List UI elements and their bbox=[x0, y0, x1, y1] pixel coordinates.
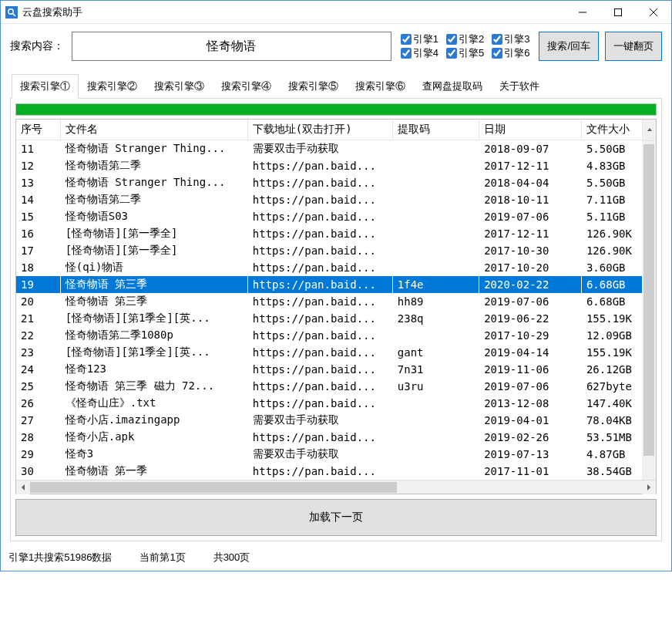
table-row[interactable]: 29怪奇3需要双击手动获取2019-07-134.87GB bbox=[16, 446, 656, 463]
close-button[interactable] bbox=[636, 1, 671, 24]
tab-engine-3[interactable]: 搜索引擎③ bbox=[146, 74, 213, 99]
cell-name: [怪奇物语][第一季全] bbox=[60, 225, 247, 242]
col-seq[interactable]: 序号 bbox=[16, 120, 60, 140]
cell-date: 2019-07-06 bbox=[479, 378, 582, 395]
table-row[interactable]: 27怪奇小店.imazingapp需要双击手动获取2019-04-0178.04… bbox=[16, 412, 656, 429]
cell-seq: 29 bbox=[16, 446, 60, 463]
table-row[interactable]: 22怪奇物语第二季1080phttps://pan.baid...2017-10… bbox=[16, 327, 656, 344]
cell-name: 怪奇物语 Stranger Thing... bbox=[60, 140, 247, 158]
col-name[interactable]: 文件名 bbox=[60, 120, 247, 140]
cell-date: 2018-04-04 bbox=[479, 174, 582, 191]
engine-5-check[interactable]: 引擎5 bbox=[446, 46, 484, 60]
grid-header-row[interactable]: 序号 文件名 下载地址(双击打开) 提取码 日期 文件大小 bbox=[16, 120, 656, 140]
results-grid[interactable]: 序号 文件名 下载地址(双击打开) 提取码 日期 文件大小 11怪奇物语 Str… bbox=[16, 120, 656, 480]
cell-code bbox=[392, 327, 479, 344]
table-row[interactable]: 23[怪奇物语][第1季全][英...https://pan.baid...ga… bbox=[16, 344, 656, 361]
cell-name: 怪奇物语第二季 bbox=[60, 191, 247, 208]
cell-code bbox=[392, 208, 479, 225]
cell-code bbox=[392, 429, 479, 446]
horizontal-scrollbar[interactable] bbox=[16, 480, 656, 494]
cell-date: 2018-10-11 bbox=[479, 191, 582, 208]
cell-name: [怪奇物语][第1季全][英... bbox=[60, 344, 247, 361]
table-row[interactable]: 25怪奇物语 第三季 磁力 72...https://pan.baid...u3… bbox=[16, 378, 656, 395]
cell-url: https://pan.baid... bbox=[247, 429, 392, 446]
cell-url: https://pan.baid... bbox=[247, 378, 392, 395]
header-scroll-corner[interactable] bbox=[642, 120, 656, 141]
cell-code bbox=[392, 174, 479, 191]
search-button[interactable]: 搜索/回车 bbox=[539, 32, 599, 61]
cell-url: 需要双击手动获取 bbox=[247, 446, 392, 463]
tab-engine-5[interactable]: 搜索引擎⑤ bbox=[280, 74, 347, 99]
tab-engine-1[interactable]: 搜索引擎① bbox=[12, 74, 79, 99]
app-icon bbox=[5, 6, 18, 19]
col-date[interactable]: 日期 bbox=[479, 120, 582, 140]
cell-url: https://pan.baid... bbox=[247, 327, 392, 344]
table-row[interactable]: 21[怪奇物语][第1季全][英...https://pan.baid...23… bbox=[16, 310, 656, 327]
cell-date: 2017-10-29 bbox=[479, 327, 582, 344]
cell-name: 怪奇物语第二季1080p bbox=[60, 327, 247, 344]
vertical-scrollbar-thumb[interactable] bbox=[643, 144, 654, 456]
cell-date: 2017-12-11 bbox=[479, 225, 582, 242]
cell-code: 1f4e bbox=[392, 276, 479, 293]
cell-code: u3ru bbox=[392, 378, 479, 395]
table-row[interactable]: 26《怪奇山庄》.txthttps://pan.baid...2013-12-0… bbox=[16, 395, 656, 412]
cell-url: https://pan.baid... bbox=[247, 310, 392, 327]
cell-date: 2019-07-06 bbox=[479, 208, 582, 225]
maximize-button[interactable] bbox=[600, 1, 636, 24]
cell-seq: 22 bbox=[16, 327, 60, 344]
cell-name: 怪奇123 bbox=[60, 361, 247, 378]
engine-6-check[interactable]: 引擎6 bbox=[492, 46, 529, 60]
table-row[interactable]: 20怪奇物语 第三季https://pan.baid...hh892019-07… bbox=[16, 293, 656, 310]
table-row[interactable]: 18怪(qi)物语https://pan.baid...2017-10-203.… bbox=[16, 259, 656, 276]
cell-seq: 28 bbox=[16, 429, 60, 446]
engine-2-check[interactable]: 引擎2 bbox=[446, 32, 484, 46]
cell-seq: 15 bbox=[16, 208, 60, 225]
tab-engine-6[interactable]: 搜索引擎⑥ bbox=[347, 74, 414, 99]
table-row[interactable]: 19怪奇物语 第三季https://pan.baid...1f4e2020-02… bbox=[16, 276, 656, 293]
hscroll-thumb[interactable] bbox=[30, 482, 397, 493]
cell-name: 怪奇小店.apk bbox=[60, 429, 247, 446]
hscroll-left-arrow[interactable] bbox=[16, 480, 30, 494]
col-url[interactable]: 下载地址(双击打开) bbox=[247, 120, 392, 140]
cell-url: 需要双击手动获取 bbox=[247, 140, 392, 158]
cell-name: [怪奇物语][第1季全][英... bbox=[60, 310, 247, 327]
cell-name: 怪奇物语 第三季 bbox=[60, 276, 247, 293]
cell-date: 2019-11-06 bbox=[479, 361, 582, 378]
tab-extract-code[interactable]: 查网盘提取码 bbox=[414, 74, 491, 99]
cell-code bbox=[392, 395, 479, 412]
cell-seq: 24 bbox=[16, 361, 60, 378]
table-row[interactable]: 30怪奇物语 第一季https://pan.baid...2017-11-013… bbox=[16, 463, 656, 480]
load-more-button[interactable]: 加载下一页 bbox=[15, 499, 657, 536]
tab-engine-4[interactable]: 搜索引擎④ bbox=[213, 74, 280, 99]
engine-3-check[interactable]: 引擎3 bbox=[492, 32, 529, 46]
cell-url: https://pan.baid... bbox=[247, 361, 392, 378]
vertical-scrollbar[interactable] bbox=[642, 141, 656, 480]
cell-name: [怪奇物语][第一季全] bbox=[60, 242, 247, 259]
tab-about[interactable]: 关于软件 bbox=[491, 74, 548, 99]
engine-1-check[interactable]: 引擎1 bbox=[401, 32, 438, 46]
table-row[interactable]: 17[怪奇物语][第一季全]https://pan.baid...2017-10… bbox=[16, 242, 656, 259]
engine-4-check[interactable]: 引擎4 bbox=[401, 46, 438, 60]
table-row[interactable]: 12怪奇物语第二季https://pan.baid...2017-12-114.… bbox=[16, 157, 656, 174]
next-page-button[interactable]: 一键翻页 bbox=[605, 32, 662, 61]
table-row[interactable]: 24怪奇123https://pan.baid...7n312019-11-06… bbox=[16, 361, 656, 378]
window-title: 云盘搜索助手 bbox=[22, 5, 82, 19]
table-row[interactable]: 14怪奇物语第二季https://pan.baid...2018-10-117.… bbox=[16, 191, 656, 208]
tab-engine-2[interactable]: 搜索引擎② bbox=[79, 74, 146, 99]
app-window: 云盘搜索助手 搜索内容： 引擎1 引擎2 引擎3 引擎4 引擎5 引擎6 搜索/… bbox=[0, 0, 672, 571]
table-row[interactable]: 28怪奇小店.apkhttps://pan.baid...2019-02-265… bbox=[16, 429, 656, 446]
table-row[interactable]: 11怪奇物语 Stranger Thing...需要双击手动获取2018-09-… bbox=[16, 140, 656, 158]
cell-seq: 18 bbox=[16, 259, 60, 276]
table-row[interactable]: 13怪奇物语 Stranger Thing...https://pan.baid… bbox=[16, 174, 656, 191]
cell-code bbox=[392, 191, 479, 208]
table-row[interactable]: 15怪奇物语S03https://pan.baid...2019-07-065.… bbox=[16, 208, 656, 225]
col-code[interactable]: 提取码 bbox=[392, 120, 479, 140]
cell-name: 怪奇物语S03 bbox=[60, 208, 247, 225]
titlebar[interactable]: 云盘搜索助手 bbox=[1, 1, 671, 24]
table-row[interactable]: 16[怪奇物语][第一季全]https://pan.baid...2017-12… bbox=[16, 225, 656, 242]
search-input[interactable] bbox=[72, 32, 391, 61]
minimize-button[interactable] bbox=[565, 1, 600, 24]
search-row: 搜索内容： 引擎1 引擎2 引擎3 引擎4 引擎5 引擎6 搜索/回车 一键翻页 bbox=[10, 32, 662, 61]
svg-rect-3 bbox=[615, 8, 622, 15]
hscroll-right-arrow[interactable] bbox=[642, 480, 656, 494]
